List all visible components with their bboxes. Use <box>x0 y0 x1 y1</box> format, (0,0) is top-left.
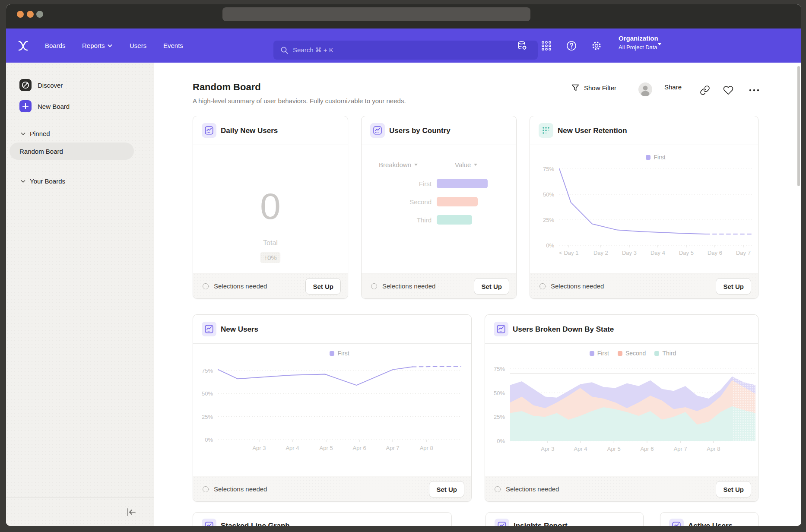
card-footer: Selections needed Set Up <box>530 273 758 298</box>
card-active-users: Active Users <box>660 512 758 526</box>
nav-item-label: Users <box>130 42 146 49</box>
org-switcher[interactable]: Organization All Project Data <box>619 35 658 51</box>
card-header: New User Retention <box>530 116 758 145</box>
browser-titlebar <box>6 4 801 28</box>
card-stacked-line-graph: Stacked Line Graph <box>193 512 452 526</box>
column-label: Value <box>455 161 471 168</box>
set-up-button[interactable]: Set Up <box>716 278 751 294</box>
filter-funnel-icon <box>571 83 580 92</box>
card-body: Breakdown Value FirstSecondThird <box>362 145 516 273</box>
card-insights-report: Insights Report <box>486 512 644 526</box>
app-window: Boards Reports Users Events Search ⌘ + K <box>6 4 801 526</box>
card-header: Active Users <box>660 513 758 526</box>
search-input[interactable]: Search ⌘ + K <box>273 41 538 60</box>
show-filter-button[interactable]: Show Filter <box>571 83 616 92</box>
set-up-button[interactable]: Set Up <box>429 481 464 497</box>
browser-url-bar[interactable] <box>222 7 530 21</box>
sidebar-section-pinned[interactable]: Pinned <box>21 130 50 137</box>
sidebar-item-discover[interactable]: Discover <box>19 79 63 91</box>
card-new-users: New Users First75%50%25%0%Apr 3Apr 4Apr … <box>193 314 472 502</box>
nav-item-reports[interactable]: Reports <box>82 28 112 63</box>
sidebar-item-random-board[interactable]: Random Board <box>10 142 134 160</box>
card-title: Users by Country <box>389 116 451 145</box>
y-axis-tick-label: 50% <box>194 390 213 397</box>
share-button[interactable]: Share <box>664 83 682 91</box>
metric-label: Total <box>193 239 348 247</box>
country-row-label: First <box>362 180 432 187</box>
chevron-down-icon <box>657 43 662 45</box>
card-header: New Users <box>193 315 471 344</box>
country-row-label: Third <box>362 216 432 224</box>
nav-item-label: Reports <box>82 42 105 49</box>
caret-down-icon <box>414 164 418 166</box>
by-state-chart: FirstSecondThird75%50%25%0%Apr 3Apr 4Apr… <box>485 344 758 476</box>
help-icon[interactable] <box>566 40 577 51</box>
search-placeholder: Search ⌘ + K <box>293 46 333 54</box>
sidebar-item-new-board[interactable]: New Board <box>19 100 70 112</box>
card-title: Stacked Line Graph <box>221 513 290 526</box>
x-axis-tick-label: Apr 3 <box>252 445 266 451</box>
window-close-button[interactable] <box>17 11 24 18</box>
metric-delta-badge: ↑0% <box>260 252 280 263</box>
country-bar <box>437 179 488 188</box>
x-axis-tick-label: Apr 5 <box>320 445 333 451</box>
data-management-icon[interactable] <box>517 40 528 51</box>
avatar[interactable] <box>638 82 652 96</box>
chart-plot <box>559 145 752 249</box>
status-circle-icon <box>539 283 546 289</box>
search-icon <box>280 46 289 54</box>
settings-gear-icon[interactable] <box>591 40 602 51</box>
x-axis-tick-label: Day 6 <box>708 250 722 256</box>
plus-icon <box>19 100 32 112</box>
y-axis-tick-label: 0% <box>535 242 554 249</box>
x-axis-tick-label: Apr 8 <box>420 445 433 451</box>
y-axis-tick-label: 75% <box>535 166 554 172</box>
favorite-heart-icon[interactable] <box>723 85 733 95</box>
sidebar-section-your-boards[interactable]: Your Boards <box>21 177 65 185</box>
org-name: Organization <box>619 35 658 42</box>
set-up-button[interactable]: Set Up <box>474 278 509 294</box>
apps-grid-icon[interactable] <box>541 40 552 51</box>
caret-down-icon <box>474 164 477 166</box>
nav-item-events[interactable]: Events <box>163 28 183 63</box>
insights-chart-icon <box>495 519 509 526</box>
card-new-user-retention: New User Retention First75%50%25%0%< Day… <box>530 116 758 299</box>
y-axis-tick-label: 75% <box>486 366 505 372</box>
retention-chart: First75%50%25%0%< Day 1Day 2Day 3Day 4Da… <box>530 145 758 273</box>
card-body: 0 Total ↑0% <box>193 145 348 273</box>
value-column-header[interactable]: Value <box>455 161 477 168</box>
set-up-button[interactable]: Set Up <box>305 278 341 294</box>
set-up-button[interactable]: Set Up <box>716 481 751 497</box>
sidebar-collapse-icon[interactable] <box>125 507 137 518</box>
chevron-down-icon <box>21 180 25 183</box>
x-axis-tick-label: Day 3 <box>622 250 637 256</box>
card-title: Insights Report <box>514 513 568 526</box>
org-project: All Project Data <box>619 44 658 51</box>
new-users-chart: First75%50%25%0%Apr 3Apr 4Apr 5Apr 6Apr … <box>193 344 471 476</box>
x-axis-tick-label: Apr 5 <box>607 446 621 452</box>
window-minimize-button[interactable] <box>27 11 34 18</box>
x-axis-tick-label: Day 7 <box>736 250 751 256</box>
card-title: Daily New Users <box>221 116 278 145</box>
nav-item-label: Events <box>163 42 183 49</box>
nav-item-boards[interactable]: Boards <box>45 28 66 63</box>
insights-chart-icon <box>669 519 684 526</box>
country-row-label: Second <box>362 198 432 206</box>
scrollbar-thumb[interactable] <box>797 66 800 186</box>
chevron-down-icon <box>21 132 25 136</box>
page-title: Random Board <box>193 82 261 93</box>
window-zoom-button[interactable] <box>36 11 43 18</box>
more-options-icon[interactable] <box>748 87 760 94</box>
x-axis-tick-label: Apr 8 <box>707 446 720 452</box>
country-bar <box>437 197 478 206</box>
sidebar-item-label: Random Board <box>19 148 63 155</box>
card-title: New User Retention <box>558 116 627 145</box>
breakdown-column-header[interactable]: Breakdown <box>379 161 418 168</box>
mixpanel-logo-icon[interactable] <box>17 41 29 51</box>
x-axis-tick-label: < Day 1 <box>559 250 578 256</box>
nav-item-users[interactable]: Users <box>130 28 146 63</box>
board-main: Random Board A high-level summary of use… <box>154 63 801 526</box>
x-axis-tick-label: Apr 6 <box>353 445 366 451</box>
copy-link-icon[interactable] <box>700 85 710 95</box>
nav-item-label: Boards <box>45 42 66 49</box>
